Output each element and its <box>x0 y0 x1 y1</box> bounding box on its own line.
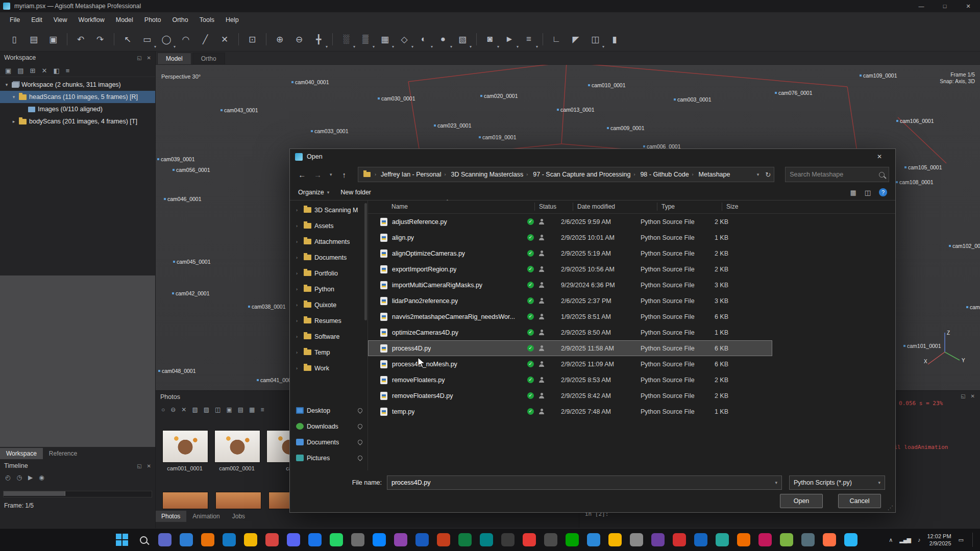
taskbar-app-icon[interactable] <box>801 533 815 546</box>
taskbar-clock[interactable]: 12:02 PM 2/9/2025 <box>927 533 951 547</box>
photo-thumbnail[interactable] <box>162 492 208 509</box>
taskbar-search-button[interactable] <box>137 533 150 546</box>
dialog-close-button[interactable]: ✕ <box>869 149 890 164</box>
quick-access-item[interactable]: Documents <box>290 434 368 450</box>
camera-label[interactable]: cam056_0001 <box>173 167 210 173</box>
taskbar-app-icon[interactable] <box>244 533 257 546</box>
disable-photo-icon[interactable]: ⊖ <box>170 406 176 413</box>
file-row[interactable]: navvis2metashapeCameraRig_needsWor... 1/… <box>368 309 772 324</box>
folder-tree-item[interactable]: › 3D Scanning M <box>290 202 368 218</box>
camera-label[interactable]: cam040_0001 <box>291 79 329 85</box>
menu-view[interactable]: View <box>48 12 73 28</box>
breadcrumb-segment[interactable]: Metashape › <box>696 171 733 178</box>
resize-region-icon[interactable]: ⊡ ▾ <box>243 30 261 48</box>
menu-tools[interactable]: Tools <box>194 12 220 28</box>
camera-label[interactable]: cam043_0001 <box>220 107 258 113</box>
selection-arrow-icon[interactable]: ↖ ▾ <box>118 30 137 48</box>
navigation-icon[interactable]: ╋ ▾ <box>309 30 328 48</box>
breadcrumb-segment[interactable]: Jeffrey Ian - Personal › <box>378 171 449 178</box>
menu-model[interactable]: Model <box>110 12 139 28</box>
camera-label[interactable]: cam106_0001 <box>896 118 934 124</box>
taskbar-app-icon[interactable] <box>330 533 343 546</box>
folder-tree-item[interactable]: › Temp <box>290 344 368 360</box>
start-button[interactable] <box>115 533 129 546</box>
file-row[interactable]: alignOptimizeCameras.py 2/9/2025 5:19 AM… <box>368 245 772 261</box>
volume-icon[interactable]: ♪ <box>918 537 920 543</box>
display-settings-icon[interactable]: ≡ ▾ <box>520 30 538 48</box>
show-desktop-button[interactable] <box>972 533 975 547</box>
column-status[interactable]: Status <box>534 203 573 211</box>
taskbar-app-icon[interactable] <box>673 533 686 546</box>
camera-label[interactable]: cam076_0001 <box>775 90 813 96</box>
breadcrumb-segment[interactable]: 3D Scanning Masterclass › <box>449 171 531 178</box>
close-panel-icon[interactable]: ✕ <box>971 393 975 399</box>
taskbar-app-icon[interactable] <box>544 533 557 546</box>
new-folder-button[interactable]: New folder <box>340 189 371 196</box>
photo-image[interactable] <box>214 430 260 463</box>
breadcrumb-segment[interactable]: 97 - Scan Capture and Processing › <box>530 171 638 178</box>
float-panel-icon[interactable]: ◱ <box>137 463 141 469</box>
camera-label[interactable]: cam013_0001 <box>557 107 595 113</box>
refresh-icon[interactable]: ↻ <box>765 171 771 179</box>
preview-icon[interactable]: ▣ <box>226 406 232 413</box>
taskbar-app-icon[interactable] <box>223 533 236 546</box>
file-row[interactable]: lidarPano2reference.py 2/6/2025 2:37 PM … <box>368 293 772 309</box>
timeline-settings-icon[interactable]: ◉ <box>39 474 44 481</box>
taskbar-app-icon[interactable] <box>180 533 193 546</box>
column-date-modified[interactable]: Date modified <box>573 203 657 211</box>
folder-tree-item[interactable]: › Resumes <box>290 313 368 329</box>
redo-icon[interactable]: ↷ ▾ <box>91 30 109 48</box>
draw-polyline-icon[interactable]: ╱ ▾ <box>196 30 214 48</box>
flag-icon[interactable]: ◤ ▾ <box>567 30 585 48</box>
camera-label[interactable]: cam042_0001 <box>172 290 210 296</box>
camera-label[interactable]: cam105_0001 <box>904 164 942 170</box>
ruler-icon[interactable]: ∟ ▾ <box>547 30 566 48</box>
remove-item-icon[interactable]: ✕ <box>42 67 47 74</box>
taskbar-app-icon[interactable] <box>587 533 600 546</box>
tree-row[interactable]: ▾ headScans (110 images, 5 frames) [R] <box>0 91 155 103</box>
tree-expander-icon[interactable]: ▸ <box>11 119 16 124</box>
notifications-icon[interactable]: ▭ <box>959 537 963 543</box>
recent-locations-button[interactable]: ▾ <box>327 172 334 177</box>
taskbar-app-icon[interactable] <box>651 533 665 546</box>
taskbar-app-icon[interactable] <box>844 533 857 546</box>
camera-label[interactable]: cam020_0001 <box>480 93 518 99</box>
menu-edit[interactable]: Edit <box>26 12 48 28</box>
tab-workspace[interactable]: Workspace <box>0 448 43 459</box>
file-row[interactable]: importMultiCameraRigMasks.py 9/29/2024 6… <box>368 277 772 293</box>
tab-animation[interactable]: Animation <box>186 511 226 522</box>
pause-icon[interactable]: ◫ <box>215 406 220 413</box>
tab-ortho[interactable]: Ortho <box>192 53 225 64</box>
column-type[interactable]: Type <box>657 203 722 211</box>
move-item-icon[interactable]: ◧ <box>53 67 59 74</box>
camera-label[interactable]: cam019_0001 <box>479 134 517 140</box>
camera-label[interactable]: cam046_0001 <box>164 196 202 202</box>
textured-icon[interactable]: ● ▾ <box>434 30 452 48</box>
camera-label[interactable]: cam109_0001 <box>860 72 897 79</box>
photo-thumbnail[interactable]: cam002_0001 <box>214 430 259 471</box>
save-project-icon[interactable]: ▣ ▾ <box>44 30 62 48</box>
taskbar-app-icon[interactable] <box>458 533 472 546</box>
file-row[interactable]: exportImportRegion.py 2/9/2025 10:56 AM … <box>368 261 772 277</box>
tree-scrollbar[interactable] <box>364 203 367 320</box>
wireframe-icon[interactable]: ◇ ▾ <box>395 30 413 48</box>
close-panel-icon[interactable]: ✕ <box>147 55 151 61</box>
address-dropdown-icon[interactable]: ▾ <box>757 172 760 177</box>
circle-selection-icon[interactable]: ◯ ▾ <box>157 30 176 48</box>
cancel-button[interactable]: Cancel <box>838 494 881 508</box>
taskbar-app-icon[interactable] <box>394 533 407 546</box>
rotate-left-icon[interactable]: ▧ <box>192 406 198 413</box>
change-view-button[interactable]: ▦ <box>850 189 856 196</box>
up-button[interactable]: ↑ <box>338 170 350 179</box>
network-icon[interactable]: ▂▄▆ <box>899 537 911 543</box>
taskbar-app-icon[interactable] <box>308 533 322 546</box>
taskbar-app-icon[interactable] <box>501 533 514 546</box>
close-button[interactable]: ✕ <box>957 0 980 12</box>
folder-tree-item[interactable]: › Software <box>290 329 368 344</box>
taskbar-app-icon[interactable] <box>523 533 536 546</box>
play-icon[interactable]: ▶ <box>28 474 33 481</box>
file-row[interactable]: process4D.py 2/9/2025 11:58 AM Python So… <box>368 340 772 356</box>
camera-label[interactable]: cam003_0001 <box>674 96 712 103</box>
add-folder-icon[interactable]: ⊞ <box>30 67 36 74</box>
taskbar-app-icon[interactable] <box>694 533 707 546</box>
